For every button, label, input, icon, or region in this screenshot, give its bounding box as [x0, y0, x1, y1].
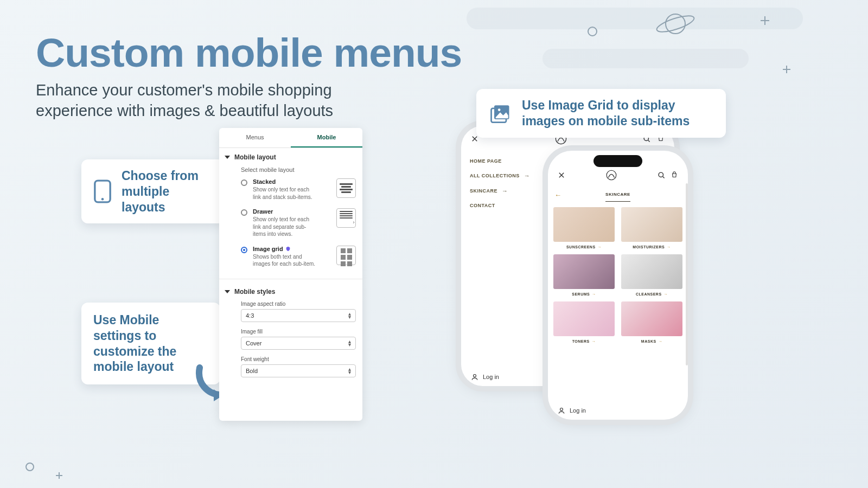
arrow-right-icon: →: [598, 245, 602, 249]
select-value: Bold: [246, 368, 258, 374]
settings-panel: Menus Mobile Mobile layout Select mobile…: [219, 128, 362, 421]
card-label: SERUMS→: [553, 289, 615, 296]
login-label: Log in: [483, 374, 499, 380]
drawer-item-label: ALL COLLECTIONS: [470, 173, 520, 178]
card-image: [553, 254, 615, 289]
product-card[interactable]: SUNSCREENS→: [553, 207, 615, 249]
image-stack-icon: [488, 101, 512, 125]
close-icon[interactable]: [558, 171, 565, 179]
radio-icon[interactable]: [241, 209, 247, 216]
radio-icon[interactable]: [241, 247, 247, 253]
select-input[interactable]: Bold ▴▾: [241, 364, 356, 377]
callout-image-grid: Use Image Grid to display images on mobi…: [476, 89, 726, 138]
section-heading: Mobile layout: [234, 153, 276, 161]
svg-point-3: [26, 463, 34, 471]
product-card[interactable]: MOISTURIZERS→: [621, 207, 682, 249]
scrollbar[interactable]: [686, 183, 688, 365]
card-image: [553, 301, 615, 336]
svg-point-13: [659, 172, 663, 177]
section-mobile-layout[interactable]: Mobile layout: [219, 148, 362, 164]
select-value: 4:3: [246, 312, 254, 319]
callout-text: Choose from multiple layouts: [122, 168, 213, 215]
svg-point-5: [101, 198, 104, 201]
phone-preview-image-grid: ← SKINCARE SUNSCREENS→ MOISTURIZERS→ SER…: [548, 151, 688, 420]
card-image: [621, 254, 682, 289]
arrow-right-icon: →: [502, 188, 508, 194]
login-link[interactable]: Log in: [471, 373, 499, 381]
cart-icon[interactable]: [671, 171, 678, 179]
select-layout-label: Select mobile layout: [219, 164, 362, 178]
planet-icon: [651, 8, 700, 40]
field-label: Image fill: [241, 329, 356, 335]
section-heading: Mobile styles: [234, 288, 275, 296]
option-title: Drawer: [253, 208, 331, 215]
circle-icon: [585, 24, 600, 39]
back-arrow-icon[interactable]: ←: [554, 191, 561, 199]
card-label: MASKS→: [621, 336, 682, 343]
user-icon: [558, 407, 565, 414]
tab-menus[interactable]: Menus: [219, 128, 291, 147]
option-desc: Show only text for each link and stack s…: [253, 186, 318, 201]
arrow-right-icon: →: [659, 339, 663, 343]
card-image: [553, 207, 615, 242]
search-icon[interactable]: [658, 171, 665, 179]
field-label: Font weight: [241, 356, 356, 362]
stepper-icon: ▴▾: [348, 340, 351, 346]
card-image: [621, 301, 682, 336]
card-image: [621, 207, 682, 242]
user-icon: [471, 373, 478, 381]
card-label: TONERS→: [553, 336, 615, 343]
layout-option[interactable]: Drawer Show only text for each link and …: [219, 208, 362, 246]
svg-point-12: [607, 170, 616, 180]
product-card[interactable]: SERUMS→: [553, 254, 615, 296]
sparkle-icon: [55, 472, 63, 479]
callout-text: Use Image Grid to display images on mobi…: [522, 98, 714, 129]
layout-option[interactable]: Stacked Show only text for each link and…: [219, 178, 362, 208]
radio-icon[interactable]: [241, 179, 247, 186]
page-title: Custom mobile menus: [36, 29, 462, 76]
svg-point-8: [498, 108, 501, 111]
drawer-item-label: CONTACT: [470, 203, 495, 208]
card-label: CLEANSERS→: [621, 289, 682, 296]
select-value: Cover: [246, 340, 261, 346]
arrow-right-icon: →: [592, 339, 596, 343]
option-desc: Shows both text and images for each sub-…: [253, 253, 318, 268]
svg-point-2: [588, 27, 597, 36]
product-card[interactable]: TONERS→: [553, 301, 615, 343]
product-card[interactable]: CLEANSERS→: [621, 254, 682, 296]
callout-choose-layouts: Choose from multiple layouts: [81, 159, 225, 223]
layout-option[interactable]: Image grid Shows both text and images fo…: [219, 246, 362, 275]
chevron-down-icon: [225, 290, 230, 293]
select-input[interactable]: 4:3 ▴▾: [241, 309, 356, 322]
sparkle-icon: [760, 15, 770, 26]
circle-icon: [24, 461, 36, 473]
card-label: SUNSCREENS→: [553, 242, 615, 249]
stepper-icon: ▴▾: [348, 312, 351, 319]
brand-logo: [605, 169, 617, 181]
close-icon[interactable]: [471, 135, 478, 143]
tab-mobile[interactable]: Mobile: [291, 128, 362, 147]
svg-point-14: [560, 408, 563, 410]
card-label: MOISTURIZERS→: [621, 242, 682, 249]
stepper-icon: ▴▾: [348, 368, 351, 374]
sparkle-icon: [782, 65, 791, 74]
product-card[interactable]: MASKS→: [621, 301, 682, 343]
callout-text: Use Mobile settings to customize the mob…: [93, 312, 208, 375]
login-label: Log in: [570, 407, 586, 414]
svg-point-11: [474, 374, 476, 377]
chevron-down-icon: [225, 156, 230, 159]
option-desc: Show only text for each link and separat…: [253, 216, 318, 238]
drawer-item-label: SKINCARE: [470, 188, 497, 194]
login-link[interactable]: Log in: [558, 407, 586, 414]
arrow-right-icon: →: [664, 292, 668, 296]
svg-point-1: [655, 12, 696, 35]
arrow-right-icon: →: [524, 172, 531, 179]
option-title: Image grid: [253, 246, 331, 252]
drawer-item-label: HOME PAGE: [470, 158, 502, 164]
field-label: Image aspect ratio: [241, 301, 356, 307]
grid-heading: SKINCARE: [605, 188, 630, 202]
pro-badge-icon: [285, 246, 291, 252]
option-title: Stacked: [253, 178, 331, 185]
select-input[interactable]: Cover ▴▾: [241, 337, 356, 350]
section-mobile-styles[interactable]: Mobile styles: [219, 282, 362, 299]
